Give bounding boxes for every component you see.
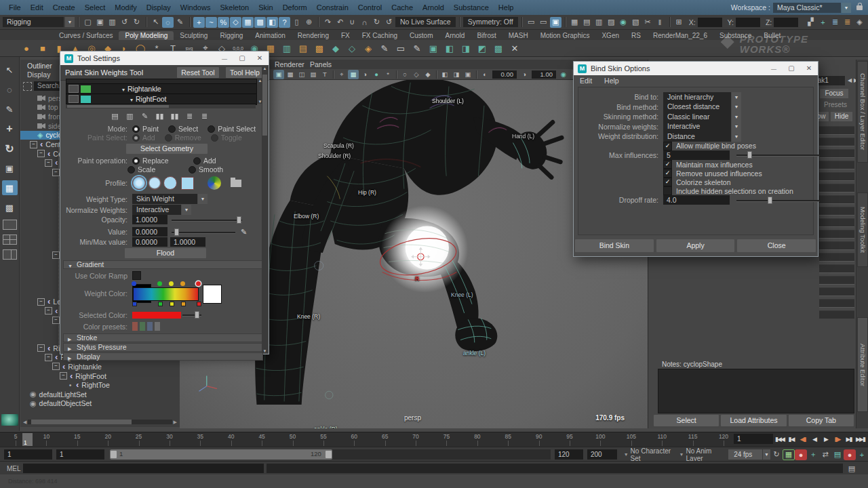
minimize-icon[interactable] [765,62,783,76]
live-surface-field[interactable]: No Live Surface [395,17,456,27]
max-influences-slider[interactable] [736,150,819,159]
menu-item[interactable]: Constrain [312,3,353,12]
x-input[interactable] [698,18,722,27]
z-input[interactable] [774,18,798,27]
selected-color-slider[interactable] [182,310,201,319]
snap-projected-center-icon[interactable]: ◇ [230,17,241,28]
shelf-tab[interactable]: Custom [403,31,439,40]
influence-pin-icon[interactable] [68,95,79,103]
shelf-tab[interactable]: Bifrost [471,31,502,40]
loop-icon[interactable]: ↻ [770,449,783,460]
menu-item[interactable]: File [4,3,26,12]
isolate-icon[interactable]: ◧ [439,70,450,79]
shelf-tab[interactable]: FX [335,31,356,40]
record-icon[interactable]: ● [795,449,807,460]
extract-icon[interactable]: ▤ [296,41,311,55]
sep3[interactable] [436,70,437,79]
rotate-tool-icon[interactable]: ↻ [2,141,18,156]
play-forwards-icon[interactable]: ▶ [821,436,831,443]
shelf-tab[interactable]: FX Caching [356,31,403,40]
value-field[interactable]: 0.0000 [132,227,167,237]
film-gate-icon[interactable]: ◫ [296,70,307,79]
max-influences-field[interactable]: 5 [663,150,730,160]
edit-edge-flow-icon[interactable]: ▭ [393,41,408,55]
ramp-stop-handle[interactable] [157,281,162,286]
save-scene-icon[interactable]: ▥ [106,17,118,28]
auto-key-icon[interactable]: ＋ [807,449,819,460]
menu-set-select[interactable]: Rigging [3,17,64,27]
uv-auto-icon[interactable]: ◩ [475,41,490,55]
influence-pin-icon[interactable] [68,85,79,93]
last-tool-icon[interactable]: ▩ [2,200,18,215]
browse-profile-folder-icon[interactable] [231,180,241,187]
default-material-icon[interactable]: ○ [399,70,410,79]
snap-curve-icon[interactable]: ~ [205,17,217,28]
layout-persp-outliner-button[interactable] [1,414,18,426]
tool-settings-titlebar[interactable]: Tool Settings [60,52,269,65]
paint-operation-radio[interactable]: Smooth [189,165,250,174]
texture-view-icon[interactable]: ▨ [606,17,617,28]
mode-radio[interactable]: Paint Select [208,125,265,133]
option-checkbox-row[interactable]: Remove unused influences [578,169,813,178]
renderer-menu[interactable]: Renderer [275,60,304,68]
shelf-tab[interactable]: Motion Graphics [534,31,596,40]
ramp-stop-anchor[interactable] [132,302,137,306]
command-input[interactable] [23,464,264,473]
view-transform-icon[interactable]: ◉ [558,70,569,79]
multicut-icon[interactable]: ◆ [328,41,343,55]
construction-history-icon[interactable]: ↷ [322,17,334,28]
unlock-influence-icon[interactable]: ▮▮ [169,111,180,121]
pane-icon[interactable]: ▣ [462,70,473,79]
display-layers-icon[interactable]: ◈ [854,17,865,28]
ambient-occlusion-icon[interactable]: ◆ [422,70,433,79]
crease-tool-icon[interactable]: ✎ [377,41,392,55]
character-icon[interactable]: + [856,449,868,460]
sep4[interactable] [476,70,477,79]
gate-mask-icon[interactable]: T [319,70,330,79]
open-scene-icon[interactable]: ▣ [94,17,106,28]
ramp-stop-anchor[interactable] [181,302,186,306]
pause-icon[interactable]: ‖ [654,17,666,28]
option-checkbox-row[interactable]: Maintain max influences [578,160,813,169]
snap-grid-icon[interactable]: + [193,17,205,28]
isolate-select-icon[interactable]: ▭ [526,17,537,28]
close-icon[interactable] [251,52,269,66]
bind-skin-titlebar[interactable]: Bind Skin Options [574,62,818,75]
paint-skin-weights-tool-icon[interactable]: ▦ [2,180,18,195]
menu-item[interactable]: Help [494,3,519,12]
ramp-stop-anchor[interactable] [197,302,201,306]
tab-channel-box[interactable]: Channel Box / Layer Editor [857,61,868,163]
menu-item[interactable]: Cache [387,3,418,12]
influence-list[interactable]: Rightankle RightFoot [66,79,257,105]
hammer-weights-icon[interactable]: ✎ [139,111,151,121]
animation-start-field[interactable]: 1 [4,449,52,460]
ramp-stop-anchor[interactable] [170,302,174,306]
gamma-icon[interactable]: ◑ [519,70,530,79]
outliner-hscrollbar[interactable]: ◀ ▶ [23,419,177,425]
dropoff-rate-field[interactable]: 4.0 [663,195,730,205]
paint-operation-radio[interactable]: Scale [127,165,189,174]
display-section-header[interactable]: Display [63,352,263,361]
redo-icon[interactable]: ↻ [131,17,142,28]
normalize-weights-select[interactable]: Interactive [132,205,181,215]
character-set-select[interactable]: No Character Set [631,447,673,462]
component-mode-icon[interactable]: ✎ [174,17,186,28]
color-preset-swatch[interactable] [155,322,160,331]
playblast-icon[interactable]: ▦ [783,449,795,460]
workspace-lock-icon[interactable] [856,5,863,10]
no-construction-history-icon[interactable]: ↶ [334,17,346,28]
uv-camera-icon[interactable]: ▩ [491,41,506,55]
exposure-icon[interactable]: ◐ [479,70,490,79]
sort-alpha-icon[interactable]: ≣ [184,111,195,121]
make-live-icon[interactable]: ▩ [254,17,266,28]
paint-operation-radio[interactable]: Add [193,157,254,165]
snap-together-icon[interactable]: ◧ [267,17,278,28]
shaded-mode-icon[interactable]: ▦ [348,70,359,79]
paint-operation-radio[interactable]: Replace [132,157,193,165]
step-forward-key-icon[interactable]: ▮▶ [832,436,842,443]
history-on-icon[interactable]: ↻ [371,17,382,28]
menu-item[interactable]: Substance [449,3,494,12]
curve-snap-b-icon[interactable]: ∩ [359,17,370,28]
select-mode-icon[interactable]: ↖ [150,17,161,28]
option-select[interactable]: Closest distance [663,102,731,112]
